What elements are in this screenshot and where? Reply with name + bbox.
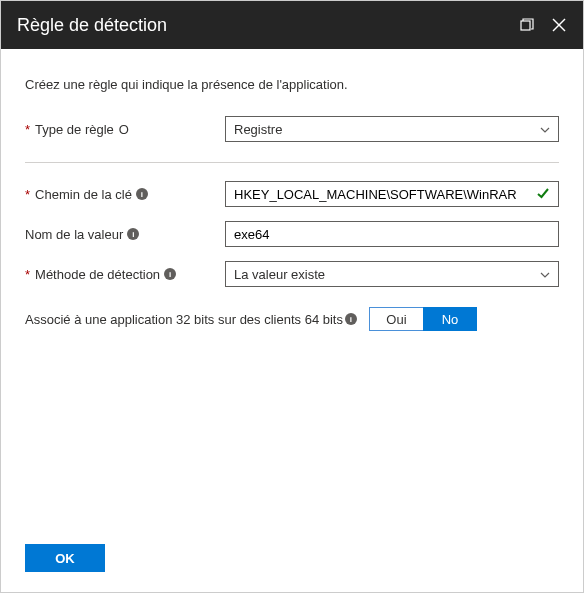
label-associated-32-text: Associé à une application 32 bits sur de… [25, 312, 343, 327]
input-key-path[interactable] [234, 187, 530, 202]
select-rule-type-value: Registre [234, 122, 282, 137]
required-marker: * [25, 187, 30, 202]
toggle-yes[interactable]: Oui [369, 307, 423, 331]
dialog-header: Règle de détection [1, 1, 583, 49]
info-icon[interactable]: i [127, 228, 139, 240]
close-icon[interactable] [551, 17, 567, 33]
toggle-associated-32: Oui No [369, 307, 477, 331]
label-value-name: Nom de la valeur i [25, 227, 225, 242]
select-rule-type[interactable]: Registre [225, 116, 559, 142]
required-marker: * [25, 267, 30, 282]
info-icon[interactable]: i [164, 268, 176, 280]
section-divider [25, 162, 559, 163]
svg-rect-0 [521, 21, 530, 30]
row-value-name: Nom de la valeur i [25, 221, 559, 247]
label-associated-32: Associé à une application 32 bits sur de… [25, 312, 357, 327]
chevron-down-icon [540, 269, 550, 280]
info-icon[interactable]: i [136, 188, 148, 200]
label-key-path-text: Chemin de la clé [35, 187, 132, 202]
input-value-name[interactable] [234, 227, 550, 242]
row-detection-method: * Méthode de détection i La valeur exist… [25, 261, 559, 287]
check-icon [536, 186, 550, 203]
label-rule-type-text: Type de règle [35, 122, 114, 137]
chevron-down-icon [540, 124, 550, 135]
row-key-path: * Chemin de la clé i [25, 181, 559, 207]
label-value-name-text: Nom de la valeur [25, 227, 123, 242]
ok-button[interactable]: OK [25, 544, 105, 572]
restore-icon[interactable] [519, 17, 535, 33]
header-actions [519, 17, 567, 33]
input-value-name-wrapper [225, 221, 559, 247]
label-detection-method: * Méthode de détection i [25, 267, 225, 282]
select-detection-method-value: La valeur existe [234, 267, 325, 282]
label-key-path: * Chemin de la clé i [25, 187, 225, 202]
row-rule-type: * Type de règle O Registre [25, 116, 559, 142]
info-icon[interactable]: i [345, 313, 357, 325]
select-detection-method[interactable]: La valeur existe [225, 261, 559, 287]
label-rule-type: * Type de règle O [25, 122, 225, 137]
toggle-no[interactable]: No [423, 307, 477, 331]
input-key-path-wrapper [225, 181, 559, 207]
label-detection-method-text: Méthode de détection [35, 267, 160, 282]
info-text: O [119, 122, 129, 137]
required-marker: * [25, 122, 30, 137]
dialog-footer: OK [1, 528, 583, 592]
description-text: Créez une règle qui indique la présence … [25, 77, 559, 92]
dialog-title: Règle de détection [17, 15, 519, 36]
row-associated-32: Associé à une application 32 bits sur de… [25, 307, 559, 331]
dialog-content: Créez une règle qui indique la présence … [1, 49, 583, 528]
